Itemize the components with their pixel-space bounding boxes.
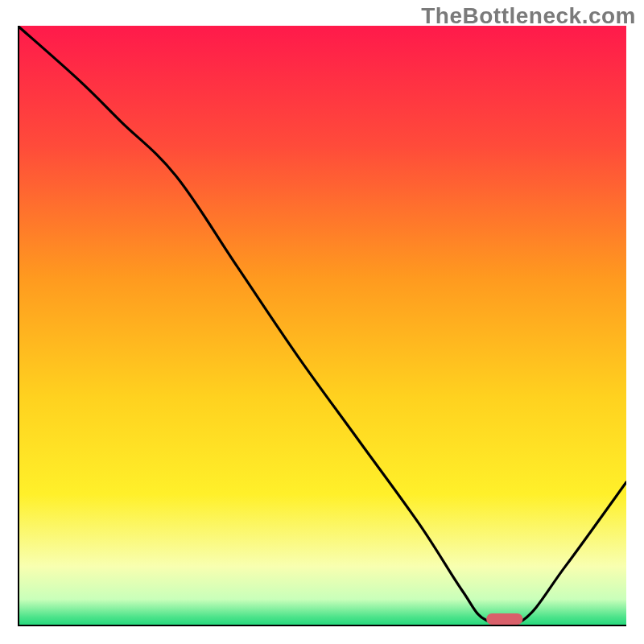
gradient-background [18, 26, 626, 626]
chart-svg [18, 26, 626, 626]
watermark-text: TheBottleneck.com [421, 3, 636, 29]
min-marker [486, 613, 522, 625]
chart-container: TheBottleneck.com [0, 0, 644, 644]
plot-area [18, 26, 626, 626]
